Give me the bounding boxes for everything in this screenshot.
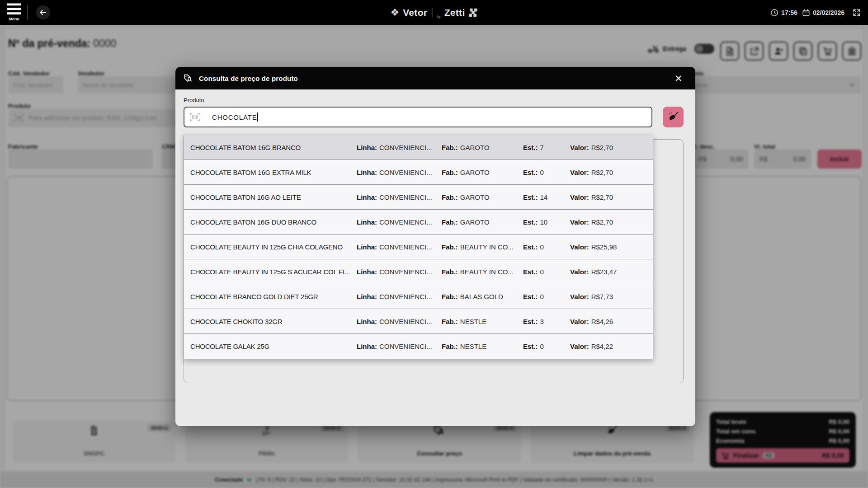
modal-title: Consulta de preço de produto bbox=[199, 75, 298, 82]
est-value: 14 bbox=[540, 193, 548, 201]
tag-search-icon bbox=[184, 74, 193, 83]
search-results-dropdown: CHOCOLATE BATOM 16G BRANCO Linha:CONVENI… bbox=[184, 135, 653, 359]
linha-value: CONVENIENCI... bbox=[379, 144, 432, 151]
est-label: Est.: bbox=[523, 318, 538, 325]
brand-vetor-text: Vetor bbox=[403, 7, 427, 18]
result-row[interactable]: CHOCOLATE BEAUTY IN 125G S ACUCAR COL FI… bbox=[184, 259, 653, 284]
result-row[interactable]: CHOCOLATE BATON 16G AO LEITE Linha:CONVE… bbox=[184, 185, 653, 210]
product-linha: Linha:CONVENIENCI... bbox=[357, 268, 442, 276]
product-valor: Valor:R$7,73 bbox=[570, 293, 646, 300]
linha-value: CONVENIENCI... bbox=[379, 293, 432, 300]
result-row[interactable]: CHOCOLATE BATOM 16G BRANCO Linha:CONVENI… bbox=[184, 135, 653, 160]
valor-label: Valor: bbox=[570, 144, 589, 151]
product-est: Est.:0 bbox=[523, 268, 570, 276]
fab-label: Fab.: bbox=[442, 144, 458, 151]
valor-value: R$23,47 bbox=[591, 268, 617, 276]
linha-label: Linha: bbox=[357, 293, 377, 300]
fab-value: GAROTO bbox=[460, 144, 490, 151]
est-label: Est.: bbox=[523, 293, 538, 300]
valor-label: Valor: bbox=[570, 193, 589, 201]
fullscreen-icon[interactable] bbox=[853, 9, 861, 17]
linha-label: Linha: bbox=[357, 193, 377, 201]
result-row[interactable]: CHOCOLATE GALAK 25G Linha:CONVENIENCI...… bbox=[184, 334, 653, 359]
product-est: Est.:3 bbox=[523, 318, 570, 325]
fab-label: Fab.: bbox=[442, 318, 458, 325]
linha-value: CONVENIENCI... bbox=[379, 193, 432, 201]
result-row[interactable]: CHOCOLATE BEAUTY IN 125G CHIA COLAGENO L… bbox=[184, 235, 653, 259]
linha-value: CONVENIENCI... bbox=[379, 243, 432, 251]
est-label: Est.: bbox=[523, 193, 538, 201]
est-value: 10 bbox=[540, 218, 548, 226]
valor-value: R$2,70 bbox=[591, 193, 613, 201]
current-date: 02/02/2026 bbox=[813, 9, 844, 16]
product-linha: Linha:CONVENIENCI... bbox=[357, 144, 442, 151]
fab-value: BALAS GOLD bbox=[460, 293, 503, 300]
fab-label: Fab.: bbox=[442, 268, 458, 276]
modal-produto-label: Produto bbox=[184, 97, 204, 103]
product-name: CHOCOLATE CHOKITO 32GR bbox=[190, 318, 357, 325]
valor-value: R$25,98 bbox=[591, 243, 617, 251]
product-fab: Fab.:GAROTO bbox=[442, 218, 523, 226]
pos-screen: Menu ❖ Vetor by Zetti 17:56 bbox=[0, 0, 868, 488]
product-linha: Linha:CONVENIENCI... bbox=[357, 218, 442, 226]
fab-value: GAROTO bbox=[460, 193, 490, 201]
product-est: Est.:0 bbox=[523, 343, 570, 350]
top-bar: Menu ❖ Vetor by Zetti 17:56 bbox=[0, 0, 868, 25]
est-value: 0 bbox=[540, 243, 544, 251]
clear-search-button[interactable] bbox=[663, 107, 684, 127]
close-icon[interactable]: ✕ bbox=[672, 72, 684, 84]
result-row[interactable]: CHOCOLATE CHOKITO 32GR Linha:CONVENIENCI… bbox=[184, 309, 653, 334]
result-row[interactable]: CHOCOLATE BATON 16G DUO BRANCO Linha:CON… bbox=[184, 210, 653, 235]
modal-header: Consulta de preço de produto ✕ bbox=[175, 67, 695, 89]
est-value: 3 bbox=[540, 318, 544, 325]
search-value: CHOCOLATE bbox=[212, 113, 257, 121]
barcode-icon bbox=[190, 113, 200, 121]
product-valor: Valor:R$2,70 bbox=[570, 169, 646, 176]
est-value: 0 bbox=[540, 293, 544, 300]
product-valor: Valor:R$2,70 bbox=[570, 218, 646, 226]
product-est: Est.:0 bbox=[523, 169, 570, 176]
product-est: Est.:7 bbox=[523, 144, 570, 151]
result-row[interactable]: CHOCOLATE BRANCO GOLD DIET 25GR Linha:CO… bbox=[184, 284, 653, 309]
product-est: Est.:0 bbox=[523, 293, 570, 300]
product-linha: Linha:CONVENIENCI... bbox=[357, 169, 442, 176]
linha-value: CONVENIENCI... bbox=[379, 343, 432, 350]
linha-label: Linha: bbox=[357, 268, 377, 276]
valor-value: R$2,70 bbox=[591, 169, 613, 176]
product-fab: Fab.:BEAUTY IN CO... bbox=[442, 243, 523, 251]
product-valor: Valor:R$25,98 bbox=[570, 243, 646, 251]
broom-icon bbox=[667, 111, 679, 123]
linha-label: Linha: bbox=[357, 218, 377, 226]
linha-label: Linha: bbox=[357, 144, 377, 151]
back-button[interactable] bbox=[36, 5, 50, 19]
product-est: Est.:0 bbox=[523, 243, 570, 251]
valor-value: R$7,73 bbox=[591, 293, 613, 300]
product-name: CHOCOLATE BEAUTY IN 125G S ACUCAR COL FI… bbox=[190, 268, 357, 276]
product-linha: Linha:CONVENIENCI... bbox=[357, 293, 442, 300]
linha-value: CONVENIENCI... bbox=[379, 318, 432, 325]
product-fab: Fab.:GAROTO bbox=[442, 193, 523, 201]
est-label: Est.: bbox=[523, 343, 538, 350]
result-row[interactable]: CHOCOLATE BATOM 16G EXTRA MILK Linha:CON… bbox=[184, 160, 653, 185]
valor-value: R$4,22 bbox=[591, 343, 613, 350]
product-search-input[interactable]: CHOCOLATE bbox=[184, 107, 652, 127]
est-label: Est.: bbox=[523, 144, 538, 151]
product-valor: Valor:R$2,70 bbox=[570, 193, 646, 201]
time-group: 17:56 bbox=[770, 9, 797, 17]
vetor-diamond-icon: ❖ bbox=[390, 8, 399, 18]
product-est: Est.:14 bbox=[523, 193, 570, 201]
fab-label: Fab.: bbox=[442, 343, 458, 350]
date-group: 02/02/2026 bbox=[802, 9, 844, 17]
valor-label: Valor: bbox=[570, 169, 589, 176]
fab-value: GAROTO bbox=[460, 218, 490, 226]
valor-label: Valor: bbox=[570, 218, 589, 226]
fab-value: BEAUTY IN CO... bbox=[460, 243, 514, 251]
current-time: 17:56 bbox=[781, 9, 797, 16]
product-fab: Fab.:NESTLE bbox=[442, 343, 523, 350]
linha-label: Linha: bbox=[357, 169, 377, 176]
calendar-icon bbox=[802, 9, 810, 17]
fab-label: Fab.: bbox=[442, 169, 458, 176]
menu-button[interactable]: Menu bbox=[6, 3, 22, 21]
valor-label: Valor: bbox=[570, 243, 589, 251]
arrow-left-icon bbox=[39, 9, 47, 16]
